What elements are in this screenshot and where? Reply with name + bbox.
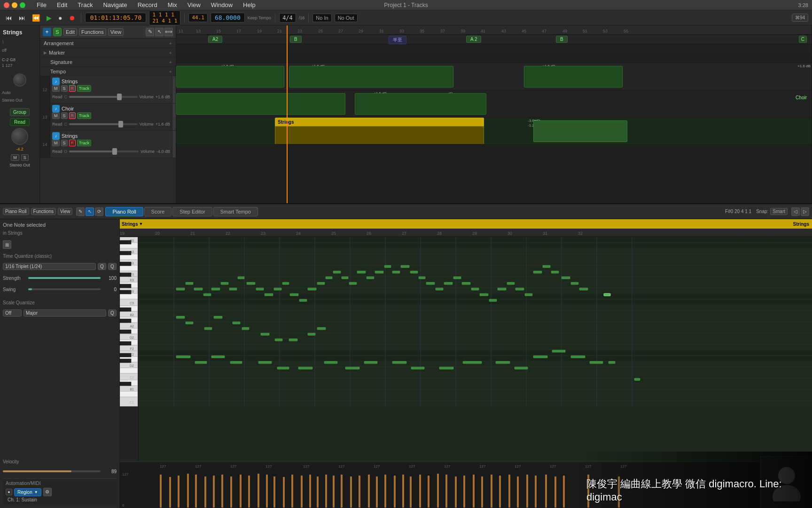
resize-icon[interactable]: ⟺ xyxy=(164,28,173,36)
quantize-q-btn[interactable]: Q xyxy=(98,263,106,270)
view-dropdown[interactable]: View xyxy=(108,28,124,36)
pr-ruler-30: 30 xyxy=(508,231,512,236)
back-button[interactable]: ⏪ xyxy=(30,13,42,23)
scale-type-select[interactable]: Major xyxy=(23,310,106,317)
marker-add[interactable]: + xyxy=(169,50,172,56)
svg-rect-187 xyxy=(341,475,343,508)
scale-q-btn[interactable]: Q xyxy=(108,310,117,317)
tab-smart-tempo[interactable]: Smart Tempo xyxy=(213,207,258,216)
svg-text:C1: C1 xyxy=(130,401,134,404)
pr-view-dropdown[interactable]: View xyxy=(58,208,73,215)
scale-off-select[interactable]: Off xyxy=(3,310,22,317)
automation-mode-select[interactable]: Region ▼ xyxy=(14,488,41,496)
edit-dropdown[interactable]: Edit xyxy=(63,28,77,36)
rewind-button[interactable]: ⏮ xyxy=(4,13,14,23)
pr-cursor-icon[interactable]: ↖ xyxy=(86,207,94,216)
group-button[interactable]: Group xyxy=(10,108,30,116)
m-button[interactable]: M xyxy=(11,154,19,161)
minimize-button[interactable] xyxy=(12,2,17,8)
track-12-solo[interactable]: S xyxy=(61,85,68,92)
fast-forward-button[interactable]: ⏭ xyxy=(17,13,27,23)
arrangement-add[interactable]: + xyxy=(169,40,172,46)
track-13-mode[interactable]: Track xyxy=(77,112,91,119)
note-grid[interactable] xyxy=(139,237,812,461)
menu-navigate[interactable]: Navigate xyxy=(101,1,129,9)
snap-value[interactable]: Smart xyxy=(770,208,788,215)
read-button[interactable]: Read xyxy=(10,118,30,126)
functions-dropdown[interactable]: Functions xyxy=(79,28,106,36)
auto-power-icon[interactable]: ● xyxy=(6,489,12,495)
tab-score[interactable]: Score xyxy=(144,207,172,216)
track-12-record[interactable]: R xyxy=(69,85,76,92)
svg-rect-51 xyxy=(120,308,131,311)
track-13-record[interactable]: R xyxy=(69,112,76,119)
menu-view[interactable]: View xyxy=(186,1,203,9)
tempo-add[interactable]: + xyxy=(169,69,172,74)
pr-pencil-icon[interactable]: ✎ xyxy=(76,207,85,216)
track-regions: A2 B 半至 A 2 B C +1.6 dB +1.6 dB +1.6 dB … xyxy=(176,35,812,203)
track-add-button[interactable]: + xyxy=(43,28,51,36)
sig-add[interactable]: + xyxy=(169,59,172,65)
ruler-13: 13 xyxy=(196,29,201,33)
track-13-fadertrack[interactable] xyxy=(69,123,138,125)
record-button[interactable]: ⏺ xyxy=(67,13,77,23)
menu-file[interactable]: File xyxy=(35,1,48,9)
track-14-mode[interactable]: Track xyxy=(77,140,91,146)
main-time-display: 01:01:13:05.70 xyxy=(85,13,146,23)
auto-settings-icon[interactable]: ⚙ xyxy=(43,488,52,496)
pr-nav-right[interactable]: ▷ xyxy=(801,207,809,216)
track-13-color xyxy=(172,103,176,130)
cursor-icon[interactable]: ↖ xyxy=(155,28,164,36)
menu-record[interactable]: Record xyxy=(136,1,159,9)
fullscreen-button[interactable] xyxy=(20,2,25,8)
track-13-ch: C xyxy=(64,122,68,127)
track-13-mute[interactable]: M xyxy=(52,112,60,119)
pr-loop-icon[interactable]: ⟳ xyxy=(95,207,103,216)
menu-mix[interactable]: Mix xyxy=(166,1,179,9)
ruler-15: 15 xyxy=(216,29,221,33)
swing-slider[interactable] xyxy=(28,288,101,290)
track-14-record[interactable]: R xyxy=(69,140,76,146)
main-knob[interactable] xyxy=(13,73,26,87)
track-14-solo[interactable]: S xyxy=(61,140,68,146)
tab-step-editor[interactable]: Step Editor xyxy=(172,207,212,216)
pr-functions-dropdown[interactable]: Functions xyxy=(31,208,56,215)
velocity-slider[interactable] xyxy=(3,470,101,472)
svg-rect-181 xyxy=(291,475,293,508)
pr-nav-left[interactable]: ◁ xyxy=(791,207,800,216)
track-13-icon: ♪ xyxy=(52,105,60,112)
svg-rect-191 xyxy=(376,476,378,508)
svg-rect-88 xyxy=(211,288,220,290)
tab-piano-roll[interactable]: Piano Roll xyxy=(105,207,143,216)
svg-rect-114 xyxy=(436,288,443,290)
menu-track[interactable]: Track xyxy=(76,1,94,9)
track-12-mode[interactable]: Track xyxy=(77,85,91,92)
pencil-icon[interactable]: ✎ xyxy=(146,28,154,36)
strength-slider[interactable] xyxy=(28,277,101,279)
track-14-fadertrack[interactable] xyxy=(69,151,139,152)
menu-help[interactable]: Help xyxy=(241,1,258,9)
track-14-controls: M S R Track xyxy=(52,140,170,146)
pr-edit-dropdown[interactable]: Piano Roll xyxy=(3,208,29,215)
quantize-select[interactable]: 1/16 Triplet (1/24) xyxy=(3,263,96,270)
track-num-12: 12 xyxy=(40,76,50,103)
svg-rect-118 xyxy=(471,288,479,290)
play-button[interactable]: ▶ xyxy=(45,13,54,23)
stop-button[interactable]: ● xyxy=(56,13,64,23)
ruler-45: 45 xyxy=(522,29,526,33)
svg-rect-36 xyxy=(120,368,138,373)
track-12-mute[interactable]: M xyxy=(52,85,60,92)
quantize-q2-btn[interactable]: Q xyxy=(108,263,117,270)
pan-knob[interactable] xyxy=(11,128,28,145)
track-13-solo[interactable]: S xyxy=(61,112,68,119)
menu-edit[interactable]: Edit xyxy=(55,1,69,9)
svg-rect-94 xyxy=(265,294,273,296)
close-button[interactable] xyxy=(4,2,9,8)
region-icon[interactable]: ⊞ xyxy=(3,240,11,249)
track-s-button[interactable]: S xyxy=(53,28,62,36)
track-14-mute[interactable]: M xyxy=(52,140,60,146)
s-button[interactable]: S xyxy=(21,154,29,161)
track-12-fadertrack[interactable] xyxy=(69,96,138,98)
svg-rect-91 xyxy=(238,277,244,279)
menu-window[interactable]: Window xyxy=(209,1,234,9)
